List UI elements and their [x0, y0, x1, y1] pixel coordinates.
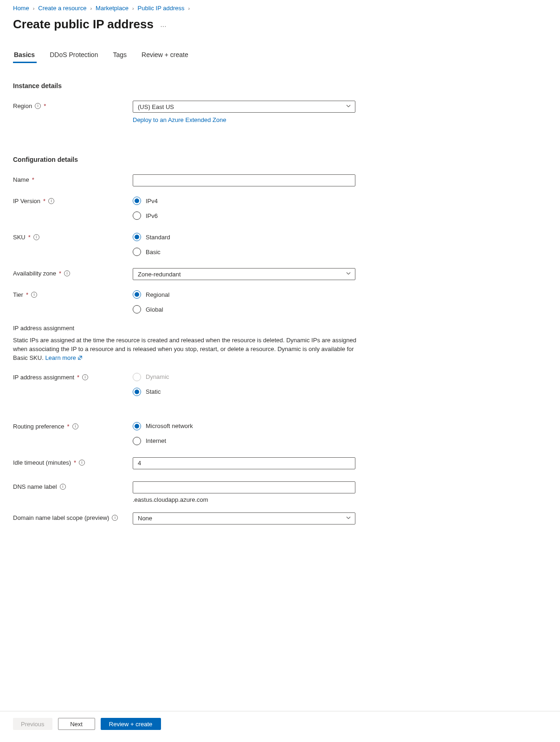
info-icon[interactable]: i: [60, 484, 66, 490]
radio-icon: [133, 422, 141, 430]
radio-icon: [133, 233, 141, 241]
tab-basics[interactable]: Basics: [13, 48, 36, 62]
page-title: Create public IP address: [13, 17, 154, 32]
ip-assignment-label: IP address assignment: [13, 374, 74, 381]
domain-scope-select[interactable]: None: [133, 512, 355, 525]
dns-name-label-input[interactable]: [133, 481, 355, 493]
required-icon: *: [74, 459, 76, 466]
required-icon: *: [43, 198, 45, 205]
region-label: Region: [13, 102, 32, 109]
required-icon: *: [28, 234, 31, 241]
external-link-icon: [77, 354, 83, 359]
radio-icon: [133, 197, 141, 205]
chevron-right-icon: ›: [33, 6, 35, 11]
info-icon[interactable]: i: [48, 198, 54, 204]
radio-icon: [133, 437, 141, 445]
radio-assignment-dynamic: Dynamic: [133, 373, 355, 381]
name-label: Name: [13, 176, 29, 183]
tab-review-create[interactable]: Review + create: [141, 48, 189, 62]
ip-assignment-help-text: Static IPs are assigned at the time the …: [13, 336, 356, 363]
breadcrumb: Home › Create a resource › Marketplace ›…: [13, 5, 547, 12]
info-icon[interactable]: i: [112, 515, 118, 521]
radio-icon: [133, 248, 141, 256]
required-icon: *: [67, 423, 70, 430]
domain-scope-selected-value: None: [138, 515, 152, 522]
chevron-right-icon: ›: [188, 6, 190, 11]
breadcrumb-marketplace[interactable]: Marketplace: [96, 5, 129, 12]
previous-button[interactable]: Previous: [13, 718, 52, 730]
section-configuration-details: Configuration details: [13, 153, 547, 163]
radio-icon: [133, 211, 141, 220]
more-icon[interactable]: …: [160, 21, 167, 28]
breadcrumb-public-ip[interactable]: Public IP address: [138, 5, 185, 12]
radio-label: IPv6: [146, 212, 158, 219]
radio-label: Dynamic: [146, 373, 169, 380]
name-input[interactable]: [133, 174, 355, 186]
radio-assignment-static[interactable]: Static: [133, 388, 355, 396]
tab-tags[interactable]: Tags: [112, 48, 128, 62]
radio-ipv4[interactable]: IPv4: [133, 197, 355, 205]
required-icon: *: [77, 374, 79, 381]
radio-sku-standard[interactable]: Standard: [133, 233, 355, 241]
learn-more-link[interactable]: Learn more: [45, 354, 82, 361]
ip-assignment-sub-heading: IP address assignment: [13, 325, 547, 332]
required-icon: *: [59, 270, 61, 277]
tab-ddos-protection[interactable]: DDoS Protection: [49, 48, 99, 62]
tier-label: Tier: [13, 291, 23, 298]
radio-label: Global: [146, 306, 163, 313]
footer: Previous Next Review + create: [0, 711, 560, 742]
radio-routing-internet[interactable]: Internet: [133, 437, 355, 445]
review-create-button[interactable]: Review + create: [101, 718, 161, 730]
breadcrumb-home[interactable]: Home: [13, 5, 29, 12]
region-selected-value: (US) East US: [138, 103, 174, 110]
deploy-extended-zone-link[interactable]: Deploy to an Azure Extended Zone: [133, 116, 226, 123]
radio-label: Basic: [146, 249, 161, 256]
info-icon[interactable]: i: [31, 292, 37, 298]
radio-icon: [133, 290, 141, 299]
idle-timeout-input[interactable]: 4: [133, 457, 355, 469]
chevron-right-icon: ›: [90, 6, 92, 11]
radio-icon: [133, 373, 141, 381]
radio-tier-global[interactable]: Global: [133, 305, 355, 313]
chevron-right-icon: ›: [132, 6, 134, 11]
availability-zone-label: Availability zone: [13, 270, 56, 277]
ip-version-label: IP Version: [13, 198, 40, 205]
idle-timeout-label: Idle timeout (minutes): [13, 459, 71, 466]
routing-preference-label: Routing preference: [13, 423, 64, 430]
chevron-down-icon: [346, 271, 351, 278]
info-icon[interactable]: i: [64, 270, 70, 276]
info-icon[interactable]: i: [72, 423, 78, 429]
required-icon: *: [26, 291, 28, 298]
next-button[interactable]: Next: [58, 718, 95, 730]
radio-label: IPv4: [146, 198, 158, 205]
required-icon: *: [44, 102, 46, 109]
region-select[interactable]: (US) East US: [133, 101, 355, 113]
radio-icon: [133, 305, 141, 313]
chevron-down-icon: [346, 515, 351, 522]
sku-label: SKU: [13, 234, 26, 241]
info-icon[interactable]: i: [82, 374, 88, 380]
info-icon[interactable]: i: [33, 234, 39, 240]
dns-name-label-label: DNS name label: [13, 483, 57, 490]
breadcrumb-create-resource[interactable]: Create a resource: [38, 5, 86, 12]
info-icon[interactable]: i: [79, 460, 85, 466]
radio-label: Regional: [146, 291, 169, 298]
dns-suffix-text: .eastus.cloudapp.azure.com: [133, 496, 355, 503]
required-icon: *: [32, 176, 34, 183]
radio-tier-regional[interactable]: Regional: [133, 290, 355, 299]
radio-icon: [133, 388, 141, 396]
chevron-down-icon: [346, 103, 351, 110]
radio-label: Internet: [146, 437, 166, 444]
tabs: Basics DDoS Protection Tags Review + cre…: [13, 48, 547, 63]
radio-routing-microsoft[interactable]: Microsoft network: [133, 422, 355, 430]
radio-ipv6[interactable]: IPv6: [133, 211, 355, 220]
radio-label: Static: [146, 388, 161, 395]
domain-scope-label: Domain name label scope (preview): [13, 514, 109, 521]
radio-label: Standard: [146, 234, 170, 241]
radio-label: Microsoft network: [146, 422, 193, 429]
availability-zone-select[interactable]: Zone-redundant: [133, 268, 355, 280]
radio-sku-basic[interactable]: Basic: [133, 248, 355, 256]
availability-zone-selected-value: Zone-redundant: [138, 271, 181, 278]
section-instance-details: Instance details: [13, 79, 547, 90]
info-icon[interactable]: i: [35, 103, 41, 109]
